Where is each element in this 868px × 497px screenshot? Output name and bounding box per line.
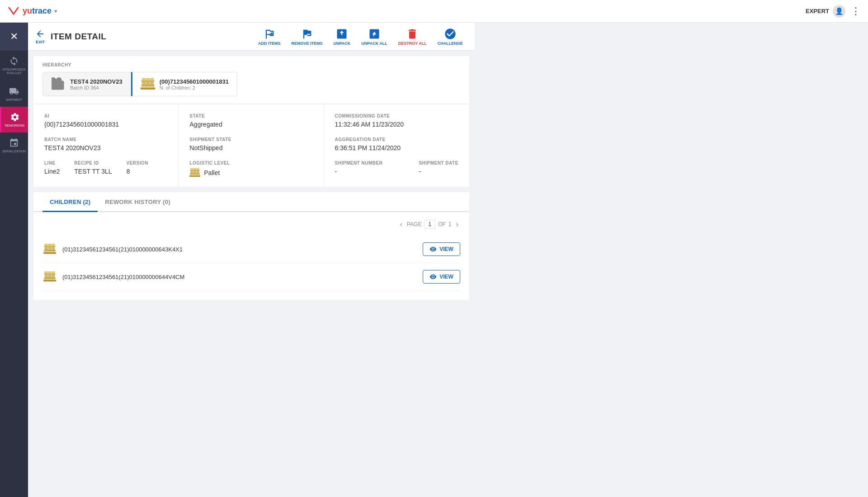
svg-rect-16 [193, 168, 196, 170]
view-icon [429, 246, 437, 253]
unpack-icon [335, 28, 348, 40]
unpack-all-icon [368, 28, 381, 40]
exit-label: EXIT [36, 40, 45, 44]
svg-rect-24 [45, 244, 48, 246]
version-label: VERSION [127, 161, 149, 166]
next-page-button[interactable]: › [454, 219, 460, 229]
challenge-icon [444, 28, 457, 40]
sidebar-item-serialization[interactable]: SERIALIZATION [0, 133, 28, 158]
svg-rect-26 [52, 244, 55, 246]
shipment-number-value: - [335, 168, 383, 175]
sidebar-item-label: REWORKING [5, 124, 25, 127]
svg-rect-7 [146, 78, 150, 80]
hierarchy-batch-name: TEST4 2020NOV23 [70, 78, 123, 85]
sidebar-item-label: SYNCHRONIZATION LIST [3, 68, 26, 76]
sidebar-item-label: SERIALIZATION [2, 150, 26, 153]
hierarchy-pallet-sub: N. of Children: 2 [160, 85, 229, 90]
tab-children[interactable]: CHILDREN (2) [42, 192, 98, 212]
exit-button[interactable]: EXIT [35, 29, 45, 44]
line-value: Line2 [44, 168, 60, 175]
hierarchy-batch-item[interactable]: TEST4 2020NOV23 Batch ID 364 [42, 72, 131, 96]
aggregation-date-value: 6:36:51 PM 11/24/2020 [335, 144, 458, 151]
child-2-code: (01)31234561234561(21)010000000644V4CM [62, 274, 417, 280]
more-options-icon[interactable]: ⋮ [851, 5, 861, 17]
hierarchy-pallet-item[interactable]: (00)712345601000001831 N. of Children: 2 [131, 72, 237, 96]
app-brand: yutrace [23, 6, 52, 16]
challenge-button[interactable]: CHALLENGE [433, 25, 467, 48]
state-value: Aggregated [189, 121, 312, 128]
svg-rect-17 [197, 168, 199, 170]
logistic-level-label: LOGISTIC LEVEL [189, 161, 312, 166]
total-pages: 1 [448, 221, 452, 227]
destroy-all-icon [406, 28, 419, 40]
svg-rect-35 [52, 271, 55, 274]
sync-icon [9, 56, 19, 66]
child-1-code: (01)31234561234561(21)010000000643K4X1 [62, 246, 417, 253]
ai-value: (00)712345601000001831 [44, 121, 167, 128]
sidebar-item-reworking[interactable]: REWORKING [0, 107, 28, 133]
ai-label: AI [44, 114, 167, 118]
prev-page-button[interactable]: ‹ [398, 219, 404, 229]
sidebar-item-shipment[interactable]: SHIPMENT [0, 81, 28, 107]
view-icon-2 [429, 273, 437, 280]
shipment-icon [9, 86, 19, 96]
serialization-icon [9, 138, 19, 148]
svg-rect-1 [141, 87, 155, 90]
remove-items-button[interactable]: REMOVE ITEMS [287, 25, 327, 48]
child-2-view-button[interactable]: VIEW [423, 270, 460, 284]
svg-rect-19 [43, 252, 56, 254]
child-1-view-button[interactable]: VIEW [423, 242, 460, 256]
state-label: STATE [189, 114, 312, 118]
recipe-id-label: RECIPE ID [74, 161, 112, 166]
page-number-input[interactable]: 1 [424, 220, 435, 229]
reworking-icon [10, 112, 20, 122]
destroy-all-button[interactable]: DESTROY ALL [394, 25, 431, 48]
page-title: ITEM DETAIL [51, 32, 106, 42]
exit-icon [35, 29, 45, 39]
svg-rect-8 [150, 78, 153, 80]
add-items-button[interactable]: ADD ITEMS [254, 25, 285, 48]
svg-rect-25 [48, 244, 52, 246]
user-avatar-icon: 👤 [833, 5, 845, 18]
shipment-state-label: SHIPMENT STATE [189, 137, 312, 142]
shipment-date-value: - [419, 168, 458, 175]
shipment-number-label: SHIPMENT NUMBER [335, 161, 383, 166]
svg-rect-10 [189, 175, 200, 177]
shipment-date-label: SHIPMENT DATE [419, 161, 458, 166]
svg-rect-15 [191, 168, 193, 170]
version-value: 8 [127, 168, 149, 175]
app-logo-icon [7, 5, 20, 18]
child-1-icon [42, 242, 57, 256]
brand-dropdown[interactable]: ▾ [54, 8, 57, 14]
hierarchy-pallet-name: (00)712345601000001831 [160, 78, 229, 85]
child-row-1: (01)31234561234561(21)010000000643K4X1 V… [42, 236, 460, 263]
recipe-id-value: TEST TT 3LL [74, 168, 112, 175]
pallet-icon [141, 77, 155, 91]
child-row-2: (01)31234561234561(21)010000000644V4CM V… [42, 263, 460, 291]
add-items-icon [263, 28, 276, 40]
batch-icon [51, 77, 66, 91]
svg-rect-6 [142, 78, 146, 80]
sidebar-item-synchronization-list[interactable]: SYNCHRONIZATION LIST [0, 51, 28, 81]
remove-items-icon [301, 28, 313, 40]
commissioning-date-label: COMMISSIONING DATE [335, 114, 458, 118]
of-label: OF [438, 221, 446, 227]
unpack-all-button[interactable]: UNPACK ALL [357, 25, 392, 48]
svg-rect-34 [48, 271, 52, 274]
commissioning-date-value: 11:32:46 AM 11/23/2020 [335, 121, 458, 128]
logistic-level-value: Pallet [204, 169, 220, 176]
close-button[interactable]: ✕ [0, 23, 28, 51]
tab-rework-history[interactable]: REWORK HISTORY (0) [98, 192, 178, 212]
page-label: PAGE [407, 221, 421, 227]
hierarchy-label: HIERARCHY [42, 62, 460, 67]
svg-rect-33 [45, 271, 48, 274]
shipment-state-value: NotShipped [189, 144, 312, 151]
logistic-level-pallet-icon [189, 168, 200, 178]
batch-name-label: BATCH NAME [44, 137, 167, 142]
expert-label: EXPERT 👤 [806, 5, 845, 18]
hierarchy-batch-sub: Batch ID 364 [70, 85, 123, 90]
svg-rect-28 [43, 279, 56, 281]
batch-name-value: TEST4 2020NOV23 [44, 144, 167, 151]
line-label: LINE [44, 161, 60, 166]
unpack-button[interactable]: UNPACK [329, 25, 355, 48]
